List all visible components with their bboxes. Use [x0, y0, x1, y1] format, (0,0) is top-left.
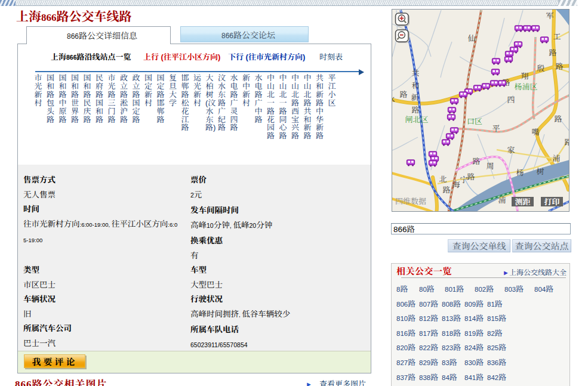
- svg-text:打印: 打印: [544, 196, 559, 207]
- svg-text:闸北区: 闸北区: [405, 113, 428, 125]
- svg-text:路: 路: [554, 113, 562, 124]
- svg-text:浦: 浦: [552, 152, 560, 163]
- svg-text:四: 四: [507, 94, 515, 105]
- svg-text:翔: 翔: [521, 70, 528, 81]
- svg-text:路: 路: [564, 136, 569, 147]
- svg-text:海: 海: [452, 178, 460, 190]
- svg-text:工: 工: [553, 30, 561, 42]
- svg-text:周: 周: [486, 160, 494, 171]
- svg-text:仙: 仙: [467, 32, 475, 44]
- svg-text:杨浦区: 杨浦区: [514, 81, 537, 92]
- svg-text:殷: 殷: [537, 62, 544, 73]
- svg-text:新: 新: [411, 91, 418, 103]
- svg-text:路: 路: [555, 60, 563, 72]
- svg-text:嘴: 嘴: [531, 126, 539, 137]
- svg-text:北: 北: [439, 173, 447, 184]
- svg-text:杨: 杨: [516, 166, 524, 178]
- svg-text:军: 军: [546, 10, 553, 21]
- svg-text:平: 平: [492, 122, 500, 134]
- svg-text:路: 路: [549, 47, 556, 58]
- svg-text:浦: 浦: [498, 194, 506, 205]
- svg-text:路: 路: [472, 155, 480, 166]
- svg-text:路: 路: [442, 184, 450, 195]
- svg-text:口区: 口区: [467, 115, 482, 126]
- svg-text:共: 共: [411, 67, 419, 78]
- svg-text:测距: 测距: [515, 196, 530, 207]
- svg-text:宁: 宁: [460, 174, 467, 185]
- svg-text:路: 路: [399, 88, 407, 100]
- svg-text:树: 树: [536, 165, 544, 177]
- svg-text:家: 家: [507, 144, 515, 155]
- svg-text:和: 和: [411, 79, 419, 91]
- svg-text:路: 路: [467, 171, 475, 182]
- svg-text:四维数据: 四维数据: [395, 195, 426, 206]
